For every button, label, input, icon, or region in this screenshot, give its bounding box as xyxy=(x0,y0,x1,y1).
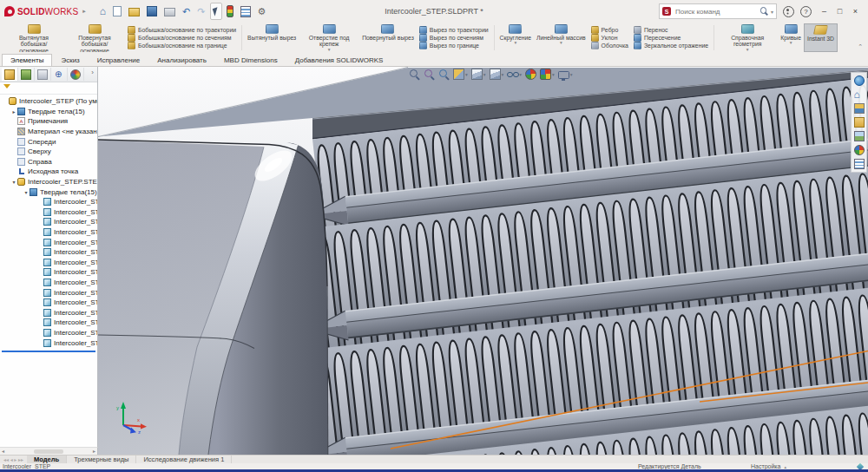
tree-item[interactable]: Intercooler_STEP.STEP<1 xyxy=(0,307,97,318)
ribbon-small-button[interactable]: Уклон xyxy=(591,34,628,42)
graphics-area[interactable]: y x z xyxy=(98,67,868,455)
ribbon-small-button[interactable]: Зеркальное отражение xyxy=(634,42,708,49)
view-tool-button[interactable] xyxy=(507,69,522,80)
quick-access-button[interactable] xyxy=(144,3,160,19)
tree-item[interactable]: Intercooler_STEP.STEP<1 xyxy=(0,338,97,348)
scroll-right-icon[interactable] xyxy=(93,449,95,454)
view-tool-button[interactable] xyxy=(540,69,555,80)
panel-horizontal-scrollbar[interactable] xyxy=(0,447,98,455)
appearances-icon[interactable] xyxy=(854,145,865,155)
tree-item[interactable]: Сверху xyxy=(0,147,97,157)
tree-item[interactable]: Примечания xyxy=(0,116,97,127)
tree-item[interactable]: Intercooler_STEP.STEP<1 xyxy=(0,237,97,247)
ribbon-button[interactable]: ▾ xyxy=(494,25,495,50)
tree-expander-icon[interactable]: ▸ xyxy=(10,108,17,115)
view-tool-button[interactable] xyxy=(453,69,468,80)
panel-tab[interactable] xyxy=(51,68,68,81)
quick-access-button[interactable] xyxy=(210,3,222,20)
ribbon-button[interactable]: ▾ Бобышка/основание по траектории Бобышк… xyxy=(125,23,239,52)
tree-item[interactable]: Спереди xyxy=(0,136,97,147)
rollback-bar[interactable] xyxy=(2,351,95,352)
panel-tab[interactable] xyxy=(35,68,51,81)
tree-item[interactable]: Исходная точка xyxy=(0,167,97,177)
tree-item[interactable]: Intercooler_STEP (По умолчанию<< xyxy=(0,96,97,107)
ribbon-small-button[interactable]: Бобышка/основание по сечениям xyxy=(128,34,236,42)
view-tool-button[interactable] xyxy=(471,69,486,80)
ribbon-button[interactable]: Отверстие под крепеж ▾ xyxy=(299,23,359,52)
ribbon-small-button[interactable]: Вырез по границе xyxy=(419,42,489,49)
panel-flyout-icon[interactable] xyxy=(89,69,95,76)
ribbon-small-button[interactable]: Оболочка xyxy=(591,42,628,49)
resources-home-icon[interactable] xyxy=(854,89,865,100)
view-tool-button[interactable] xyxy=(424,69,435,80)
ribbon-button[interactable]: Линейный массив ▾ xyxy=(534,23,589,52)
quick-access-button[interactable] xyxy=(110,3,124,19)
tree-item[interactable]: Intercooler_STEP.STEP<1 xyxy=(0,318,97,328)
tree-item[interactable]: Intercooler_STEP.STEP<1 xyxy=(0,207,97,218)
quick-access-button[interactable] xyxy=(194,3,207,19)
design-library-icon[interactable] xyxy=(854,103,865,114)
ribbon-button[interactable]: Повернутая бобышка/основание ▾ xyxy=(64,23,125,52)
quick-access-button[interactable] xyxy=(224,3,236,19)
tree-item[interactable]: Intercooler_STEP.STEP<1 xyxy=(0,247,97,258)
tree-item[interactable]: Intercooler_STEP.STEP<1 xyxy=(0,217,97,227)
restore-icon[interactable]: □ xyxy=(833,5,846,18)
document-tab[interactable]: Модель xyxy=(27,456,67,463)
logo-expand-icon[interactable]: ▸ xyxy=(82,8,86,15)
view-tool-button[interactable] xyxy=(525,69,536,80)
panel-tab[interactable] xyxy=(18,68,35,81)
custom-properties-icon[interactable] xyxy=(854,159,865,169)
quick-access-button[interactable] xyxy=(161,3,178,19)
command-tab[interactable]: Анализировать xyxy=(148,54,215,66)
tree-expander-icon[interactable]: ▾ xyxy=(10,179,17,185)
quick-access-button[interactable] xyxy=(180,3,193,19)
account-icon[interactable] xyxy=(783,6,794,17)
view-tool-button[interactable] xyxy=(558,70,573,79)
quick-access-button[interactable] xyxy=(238,3,253,19)
dropdown-caret-icon[interactable]: ▾ xyxy=(790,41,792,45)
ribbon-button[interactable]: Вытянутая бобышка/основание ▾ xyxy=(3,23,64,52)
dropdown-caret-icon[interactable]: ▾ xyxy=(746,48,749,52)
ribbon-small-button[interactable]: Пересечение xyxy=(634,34,708,42)
tree-item[interactable]: Intercooler_STEP.STEP<1 xyxy=(0,267,97,278)
dropdown-caret-icon[interactable]: ▾ xyxy=(328,48,331,52)
ribbon-small-button[interactable]: Вырез по траектории xyxy=(419,26,489,34)
tree-item[interactable]: Intercooler_STEP.STEP<1 xyxy=(0,197,97,207)
tree-item[interactable]: Intercooler_STEP.STEP<1 xyxy=(0,278,97,288)
view-tool-button[interactable] xyxy=(490,69,504,80)
scroll-left-icon[interactable] xyxy=(2,449,4,454)
tree-item[interactable]: Intercooler_STEP.STEP<1 xyxy=(0,328,97,338)
ribbon-button[interactable]: Скругление ▾ xyxy=(497,23,534,52)
command-tab[interactable]: MBD Dimensions xyxy=(215,54,286,66)
ribbon-button[interactable]: Повернутый вырез ▾ xyxy=(359,23,417,52)
help-icon[interactable] xyxy=(800,6,812,17)
tree-item[interactable]: Справа xyxy=(0,157,97,167)
search-dropdown-icon[interactable]: ▾ xyxy=(771,9,773,15)
tree-item[interactable]: Intercooler_STEP.STEP<1 xyxy=(0,227,97,238)
quick-access-button[interactable] xyxy=(126,3,142,19)
tree-item[interactable]: Материал <не указан> xyxy=(0,127,97,137)
panel-tab[interactable] xyxy=(2,68,18,81)
command-tab[interactable]: Элементы xyxy=(2,54,52,66)
close-icon[interactable]: × xyxy=(849,5,862,18)
dropdown-caret-icon[interactable]: ▾ xyxy=(560,41,562,45)
tree-item[interactable]: Intercooler_STEP.STEP<1 xyxy=(0,298,97,308)
status-configuration[interactable]: Настройка xyxy=(751,463,786,469)
document-tab[interactable]: Трехмерные виды xyxy=(67,456,136,463)
web-icon[interactable] xyxy=(854,75,865,86)
end-tank[interactable] xyxy=(98,140,328,455)
tree-item[interactable]: ▸ Твердые тела(15) xyxy=(0,107,97,117)
tree-item[interactable]: Intercooler_STEP.STEP<1 xyxy=(0,258,97,268)
command-tab[interactable]: Эскиз xyxy=(52,54,88,66)
view-palette-icon[interactable] xyxy=(854,131,865,141)
scrollbar-thumb[interactable] xyxy=(34,449,63,454)
file-explorer-icon[interactable] xyxy=(854,117,865,128)
ribbon-small-button[interactable]: Перенос xyxy=(634,26,708,34)
quick-access-button[interactable] xyxy=(255,3,269,19)
tree-item[interactable]: Intercooler_STEP.STEP<1 xyxy=(0,287,97,298)
command-search[interactable]: ▾ xyxy=(659,3,777,19)
ribbon-small-button[interactable]: Вырез по сечениям xyxy=(419,34,489,42)
ribbon-button[interactable]: ▾ Ребро Уклон Оболочка xyxy=(589,23,631,52)
search-input[interactable] xyxy=(674,7,758,16)
panel-tab[interactable] xyxy=(68,68,84,81)
